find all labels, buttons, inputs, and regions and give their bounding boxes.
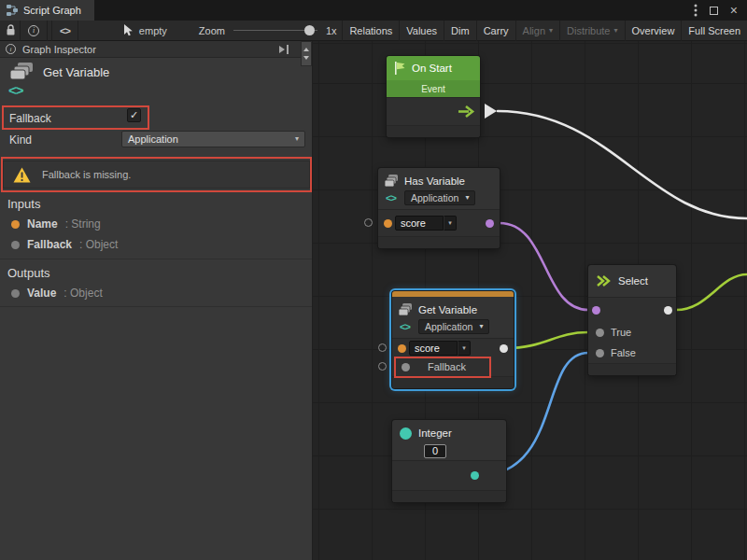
- zoom-value: 1x: [326, 25, 337, 36]
- values-button[interactable]: Values: [399, 21, 444, 41]
- info-icon: i: [28, 25, 39, 36]
- toolbar-buttons: Relations Values Dim Carry Align▾ Distri…: [342, 21, 747, 41]
- overview-button[interactable]: Overview: [625, 21, 682, 41]
- false-port-label: False: [611, 347, 636, 358]
- panel-scroll-stepper[interactable]: [301, 41, 312, 66]
- node-title: Select: [618, 275, 648, 287]
- wire-on-start-flow[interactable]: [498, 111, 747, 218]
- zoom-slider[interactable]: [233, 25, 317, 36]
- variable-name-field[interactable]: score: [409, 341, 458, 356]
- name-input-port[interactable]: [384, 219, 392, 228]
- variable-kind-dropdown[interactable]: Application ▾: [418, 319, 489, 334]
- tab-title: Script Graph: [23, 5, 81, 16]
- flow-output-port[interactable]: [457, 105, 475, 119]
- node-integer[interactable]: Integer 0: [392, 420, 506, 502]
- chevron-down-icon[interactable]: ▾: [458, 341, 471, 356]
- code-preview-button[interactable]: <>: [51, 21, 78, 41]
- fallback-checkbox[interactable]: ✓: [127, 108, 141, 122]
- integer-output-port[interactable]: [471, 471, 479, 480]
- false-input-port[interactable]: [596, 349, 604, 357]
- unconnected-port-ring[interactable]: [364, 218, 373, 227]
- window-controls: ×: [694, 0, 747, 21]
- name-input-port[interactable]: [398, 344, 406, 353]
- integer-value-field[interactable]: 0: [424, 444, 446, 458]
- integer-icon: [400, 427, 412, 440]
- zoom-slider-knob[interactable]: [304, 25, 315, 35]
- kind-dropdown[interactable]: Application ▾: [121, 131, 305, 147]
- fallback-input-port[interactable]: [402, 363, 410, 371]
- align-button[interactable]: Align▾: [515, 21, 559, 41]
- carry-button[interactable]: Carry: [476, 21, 515, 41]
- node-select[interactable]: Select True False: [588, 265, 676, 375]
- node-title: On Start: [412, 63, 452, 74]
- graph-toolbar: i <> empty Zoom 1x Relations Values Dim …: [0, 21, 747, 41]
- dock-panel-icon[interactable]: [278, 45, 291, 54]
- dim-button[interactable]: Dim: [444, 21, 476, 41]
- titlebar: Script Graph ×: [0, 0, 747, 21]
- selection-output-port[interactable]: [664, 306, 672, 315]
- flag-icon: [394, 62, 406, 75]
- chevron-down-icon: ▾: [549, 27, 553, 35]
- node-on-start[interactable]: On Start Event: [387, 56, 480, 137]
- checkmark-icon: ✓: [130, 109, 138, 121]
- input-row: Name : String: [11, 217, 101, 231]
- warning-box: Fallback is missing.: [3, 161, 310, 189]
- node-has-variable[interactable]: Has Variable <> Application ▾ score ▾: [378, 168, 500, 248]
- variable-kind-dropdown[interactable]: Application ▾: [404, 190, 475, 205]
- close-icon[interactable]: ×: [730, 4, 738, 17]
- warning-icon: [13, 167, 31, 183]
- lock-icon[interactable]: [6, 24, 16, 36]
- info-icon: i: [6, 44, 16, 54]
- warning-text: Fallback is missing.: [42, 169, 131, 180]
- script-graph-window: Script Graph × i <> empty Zoom: [0, 0, 747, 560]
- graph-inspector-panel: i Graph Inspector <> Get Variable Fallba…: [0, 41, 313, 560]
- unconnected-port-ring[interactable]: [378, 343, 387, 352]
- scroll-up-icon[interactable]: [303, 48, 309, 51]
- inspector-toggle-button[interactable]: i: [20, 21, 48, 41]
- condition-input-port[interactable]: [592, 306, 600, 315]
- node-get-variable[interactable]: Get Variable <> Application ▾ score ▾: [392, 291, 514, 388]
- selection-label: empty: [139, 25, 167, 36]
- inspector-header: i Graph Inspector: [0, 41, 312, 58]
- value-output-port[interactable]: [500, 344, 508, 353]
- chevron-down-icon[interactable]: ▾: [444, 216, 457, 231]
- scroll-down-icon[interactable]: [303, 56, 309, 60]
- fullscreen-button[interactable]: Full Screen: [681, 21, 747, 41]
- fallback-port-label: Fallback: [428, 361, 466, 372]
- code-icon: <>: [8, 82, 23, 98]
- input-row: Fallback : Object: [11, 237, 118, 252]
- wire-select-output[interactable]: [676, 274, 747, 310]
- variables-icon: [384, 175, 399, 188]
- true-input-port[interactable]: [596, 329, 604, 337]
- relations-button[interactable]: Relations: [342, 21, 399, 41]
- bool-output-port[interactable]: [486, 219, 494, 228]
- node-subtitle: Event: [387, 80, 480, 97]
- object-port-icon: [11, 241, 20, 249]
- node-title: Integer: [418, 427, 452, 439]
- flow-connection-arrow-icon: [485, 104, 497, 119]
- chevron-down-icon: ▾: [614, 27, 618, 35]
- maximize-icon[interactable]: [710, 7, 718, 15]
- zoom-label: Zoom: [199, 25, 225, 36]
- wires-layer: [313, 41, 747, 560]
- unconnected-port-ring[interactable]: [378, 362, 387, 371]
- object-port-icon: [11, 289, 20, 298]
- kind-field-label: Kind: [9, 133, 32, 147]
- divider: [0, 306, 312, 307]
- tab-script-graph[interactable]: Script Graph: [0, 0, 94, 21]
- inspector-title: Graph Inspector: [22, 44, 96, 55]
- variable-name-field[interactable]: score: [395, 216, 444, 231]
- selection-indicator: empty: [123, 24, 167, 36]
- node-title: Get Variable: [418, 304, 477, 315]
- output-row: Value : Object: [11, 286, 103, 301]
- kebab-menu-icon[interactable]: [694, 4, 698, 17]
- chevron-down-icon: ▾: [465, 194, 469, 202]
- distribute-button[interactable]: Distribute▾: [559, 21, 624, 41]
- divider: [0, 259, 312, 259]
- graph-canvas[interactable]: On Start Event Has Variable: [313, 41, 747, 560]
- cursor-icon: [123, 24, 134, 36]
- node-header: On Start: [387, 56, 480, 80]
- true-port-label: True: [611, 327, 631, 338]
- variables-icon: [9, 63, 35, 81]
- wire-get-variable-to-select-true[interactable]: [505, 332, 588, 348]
